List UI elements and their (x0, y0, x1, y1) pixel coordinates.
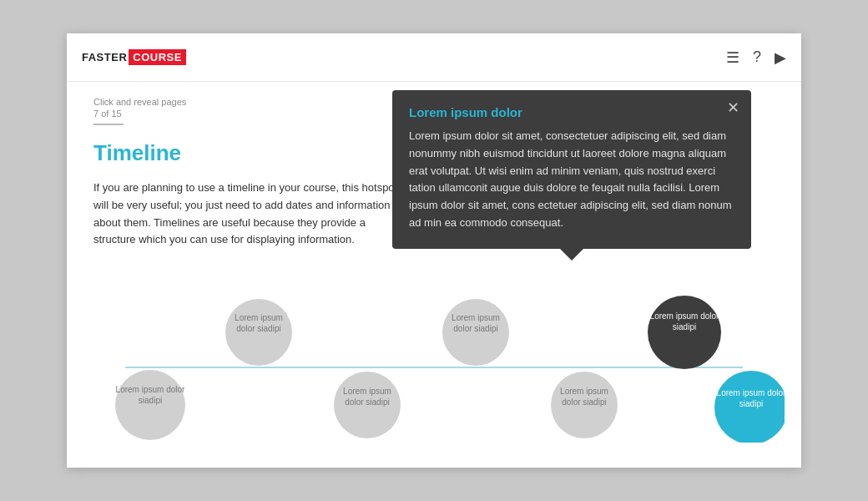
section-title: Timeline (93, 140, 411, 166)
tooltip-close-button[interactable]: ✕ (727, 99, 739, 117)
main-window: FASTER COURSE ☰ ? ▶ ‹ › Click and reveal… (67, 33, 801, 468)
page-number: 7 of 15 (93, 109, 411, 119)
logo-faster: FASTER (82, 51, 127, 63)
tooltip-popup: Lorem ipsum dolor Lorem ipsum dolor sit … (392, 90, 751, 249)
section-body: If you are planning to use a timeline in… (93, 180, 411, 249)
tooltip-arrow (560, 249, 583, 261)
page-label: Click and reveal pages (93, 97, 411, 107)
left-panel: Click and reveal pages 7 of 15 Timeline … (93, 97, 411, 249)
timeline-svg: Lorem ipsum dolor siadipi Lorem ipsum do… (83, 292, 785, 443)
tooltip-title: Lorem ipsum dolor (409, 105, 734, 119)
header: FASTER COURSE ☰ ? ▶ (67, 33, 801, 82)
help-icon[interactable]: ? (753, 48, 761, 66)
logo: FASTER COURSE (82, 49, 186, 65)
timeline-area: Lorem ipsum dolor siadipi Lorem ipsum do… (67, 284, 801, 451)
menu-icon[interactable]: ☰ (726, 48, 739, 67)
content-area: Click and reveal pages 7 of 15 Timeline … (67, 82, 801, 264)
logo-course: COURSE (129, 49, 186, 65)
divider (93, 124, 124, 125)
tooltip-body: Lorem ipsum dolor sit amet, consectetuer… (409, 128, 734, 232)
header-icons: ☰ ? ▶ (726, 48, 786, 67)
play-icon[interactable]: ▶ (775, 48, 786, 67)
